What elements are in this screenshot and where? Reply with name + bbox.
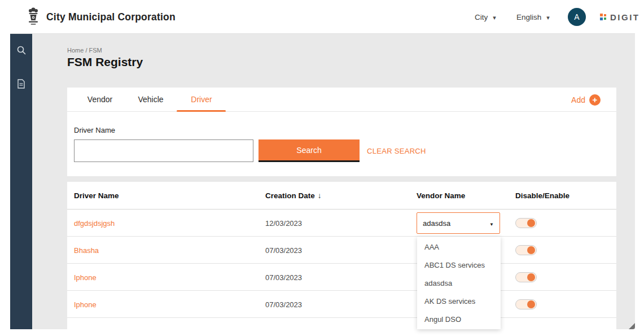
registry-tabs: Vendor Vehicle Driver Add: [67, 88, 616, 112]
digit-brand-logo: DIGIT: [600, 0, 640, 34]
tab-vendor[interactable]: Vendor: [75, 88, 125, 111]
national-emblem-icon: [26, 7, 41, 27]
breadcrumb[interactable]: Home / FSM: [67, 47, 102, 54]
add-button[interactable]: Add: [571, 88, 601, 112]
driver-name-link[interactable]: Bhasha: [74, 237, 99, 264]
language-selector[interactable]: English: [516, 0, 550, 34]
app-window: City Municipal Corporation City English …: [0, 0, 644, 336]
toggle-knob: [527, 300, 535, 308]
tab-vehicle[interactable]: Vehicle: [125, 88, 176, 111]
tab-driver[interactable]: Driver: [176, 88, 227, 111]
enable-toggle[interactable]: [515, 299, 537, 309]
table-header-row: Driver Name Creation Date ↓ Vendor Name …: [67, 182, 616, 210]
page-title: FSM Registry: [67, 55, 143, 69]
vendor-dropdown-menu: AAA ABC1 DS services adasdsa AK DS servi…: [417, 237, 501, 329]
enable-toggle[interactable]: [515, 218, 537, 228]
avatar-initial: A: [574, 12, 579, 21]
chevron-down-icon: [493, 13, 496, 21]
column-header-creation-date[interactable]: Creation Date ↓: [265, 182, 322, 210]
toggle-knob: [527, 246, 535, 254]
app-title: City Municipal Corporation: [46, 0, 176, 34]
table-row: Bhasha 07/03/2023: [67, 237, 616, 264]
enable-toggle[interactable]: [515, 272, 537, 282]
left-sidebar: [10, 34, 32, 329]
driver-name-link[interactable]: dfgdsjdsjgsh: [74, 210, 115, 237]
creation-date-cell: 07/03/2023: [265, 291, 302, 318]
driver-name-input[interactable]: [74, 139, 253, 162]
dropdown-option[interactable]: ABC1 DS services: [417, 256, 501, 274]
add-button-label: Add: [571, 95, 585, 104]
toggle-knob: [527, 219, 535, 227]
search-icon: [16, 45, 27, 55]
table-row: Iphone 07/03/2023: [67, 291, 616, 318]
column-label: Vendor Name: [417, 191, 465, 200]
dropdown-option[interactable]: AAA: [417, 238, 501, 256]
dropdown-option[interactable]: adasdsa: [417, 274, 501, 292]
table-row: Iphone 07/03/2023: [67, 264, 616, 291]
chevron-down-icon: [546, 13, 550, 21]
search-button[interactable]: Search: [259, 139, 360, 162]
column-label: Creation Date: [265, 191, 315, 200]
sort-descending-icon[interactable]: ↓: [318, 191, 322, 200]
column-label: Driver Name: [74, 191, 119, 200]
tab-vehicle-label: Vehicle: [138, 95, 163, 104]
driver-name-link[interactable]: Iphone: [74, 291, 97, 318]
sidebar-document-button[interactable]: [10, 79, 32, 89]
user-avatar[interactable]: A: [568, 8, 586, 26]
dropdown-option[interactable]: Angul DSO: [417, 310, 501, 328]
vendor-select[interactable]: adasdsa: [417, 212, 500, 234]
top-header: City Municipal Corporation City English …: [10, 0, 635, 34]
table-row: dfgdsjdsjgsh 12/03/2023 adasdsa: [67, 210, 616, 237]
dropdown-option[interactable]: AK DS services: [417, 292, 501, 310]
enable-toggle[interactable]: [515, 245, 537, 255]
plus-circle-icon: [589, 94, 601, 106]
results-table-card: Driver Name Creation Date ↓ Vendor Name …: [67, 182, 616, 329]
brand-name: DIGIT: [610, 12, 640, 22]
driver-name-field-label: Driver Name: [74, 126, 115, 134]
creation-date-cell: 07/03/2023: [265, 264, 302, 291]
column-header-driver-name[interactable]: Driver Name: [74, 182, 119, 210]
column-label: Disable/Enable: [515, 191, 569, 200]
column-header-disable-enable[interactable]: Disable/Enable: [515, 182, 569, 210]
city-selector-label: City: [475, 13, 488, 21]
search-card: Vendor Vehicle Driver Add Driver Name Se…: [67, 88, 616, 176]
vendor-select-value: adasdsa: [423, 219, 450, 228]
chevron-down-icon: [489, 218, 494, 228]
driver-name-link[interactable]: Iphone: [74, 264, 97, 291]
digit-logo-icon: [600, 14, 607, 21]
city-selector[interactable]: City: [475, 0, 496, 34]
column-header-vendor-name[interactable]: Vendor Name: [417, 182, 465, 210]
creation-date-cell: 07/03/2023: [265, 237, 302, 264]
language-selector-label: English: [516, 13, 541, 21]
creation-date-cell: 12/03/2023: [265, 210, 302, 237]
document-icon: [17, 79, 25, 89]
clear-search-button[interactable]: CLEAR SEARCH: [367, 139, 426, 162]
tab-driver-label: Driver: [191, 95, 212, 104]
sidebar-search-button[interactable]: [10, 45, 32, 55]
tab-vendor-label: Vendor: [87, 95, 112, 104]
toggle-knob: [527, 273, 535, 281]
